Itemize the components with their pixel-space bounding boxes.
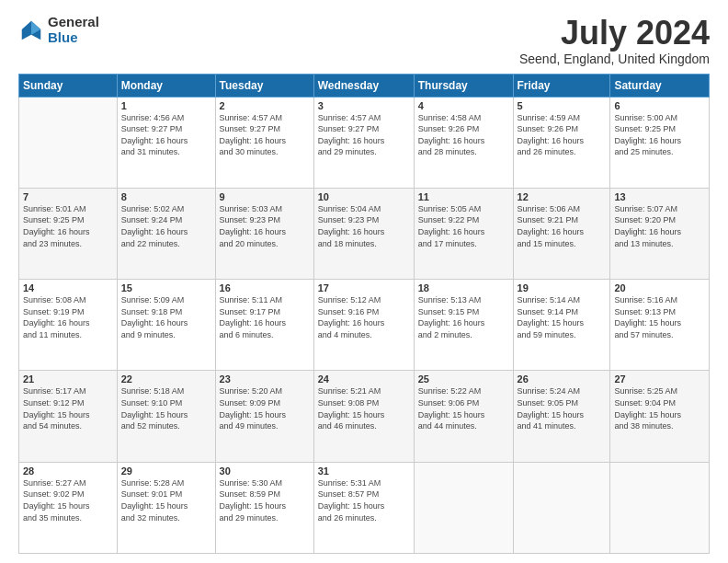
day-number: 2	[220, 100, 310, 111]
week-row-5: 28Sunrise: 5:27 AM Sunset: 9:02 PM Dayli…	[19, 462, 710, 553]
day-info: Sunrise: 5:01 AM Sunset: 9:25 PM Dayligh…	[23, 203, 113, 249]
day-info: Sunrise: 5:27 AM Sunset: 9:02 PM Dayligh…	[23, 477, 113, 523]
day-info: Sunrise: 5:04 AM Sunset: 9:23 PM Dayligh…	[318, 203, 410, 249]
day-info: Sunrise: 4:57 AM Sunset: 9:27 PM Dayligh…	[220, 112, 310, 158]
day-cell: 5Sunrise: 4:59 AM Sunset: 9:26 PM Daylig…	[513, 97, 610, 188]
day-number: 21	[23, 373, 113, 385]
day-number: 6	[614, 100, 705, 111]
day-cell	[414, 462, 513, 553]
day-number: 16	[220, 282, 310, 293]
day-cell: 24Sunrise: 5:21 AM Sunset: 9:08 PM Dayli…	[313, 371, 414, 462]
day-info: Sunrise: 5:30 AM Sunset: 8:59 PM Dayligh…	[220, 477, 310, 523]
day-info: Sunrise: 5:17 AM Sunset: 9:12 PM Dayligh…	[23, 385, 113, 431]
day-info: Sunrise: 5:07 AM Sunset: 9:20 PM Dayligh…	[614, 203, 705, 249]
day-cell: 27Sunrise: 5:25 AM Sunset: 9:04 PM Dayli…	[610, 371, 710, 462]
day-number: 28	[23, 465, 113, 477]
day-number: 22	[121, 373, 211, 385]
day-info: Sunrise: 5:16 AM Sunset: 9:13 PM Dayligh…	[614, 294, 705, 340]
day-info: Sunrise: 5:11 AM Sunset: 9:17 PM Dayligh…	[220, 294, 310, 340]
day-number: 27	[614, 373, 705, 385]
day-cell: 17Sunrise: 5:12 AM Sunset: 9:16 PM Dayli…	[313, 280, 414, 371]
logo-icon	[18, 17, 44, 43]
day-cell: 8Sunrise: 5:02 AM Sunset: 9:24 PM Daylig…	[117, 188, 215, 279]
day-info: Sunrise: 4:57 AM Sunset: 9:27 PM Dayligh…	[318, 112, 410, 158]
day-cell: 9Sunrise: 5:03 AM Sunset: 9:23 PM Daylig…	[215, 188, 313, 279]
day-number: 4	[418, 100, 509, 111]
day-info: Sunrise: 4:58 AM Sunset: 9:26 PM Dayligh…	[418, 112, 509, 158]
day-number: 19	[518, 282, 607, 293]
day-cell: 26Sunrise: 5:24 AM Sunset: 9:05 PM Dayli…	[513, 371, 610, 462]
day-cell: 11Sunrise: 5:05 AM Sunset: 9:22 PM Dayli…	[414, 188, 513, 279]
day-cell: 29Sunrise: 5:28 AM Sunset: 9:01 PM Dayli…	[117, 462, 215, 553]
day-cell: 31Sunrise: 5:31 AM Sunset: 8:57 PM Dayli…	[313, 462, 414, 553]
day-number: 18	[418, 282, 509, 293]
day-cell: 6Sunrise: 5:00 AM Sunset: 9:25 PM Daylig…	[610, 97, 710, 188]
day-info: Sunrise: 5:24 AM Sunset: 9:05 PM Dayligh…	[518, 385, 607, 431]
day-number: 10	[318, 191, 410, 202]
day-number: 7	[23, 191, 113, 202]
day-number: 23	[220, 373, 310, 385]
day-info: Sunrise: 5:06 AM Sunset: 9:21 PM Dayligh…	[518, 203, 607, 249]
day-number: 1	[121, 100, 211, 111]
day-header-wednesday: Wednesday	[313, 74, 414, 97]
day-info: Sunrise: 5:12 AM Sunset: 9:16 PM Dayligh…	[318, 294, 410, 340]
day-number: 26	[518, 373, 607, 385]
day-number: 13	[614, 191, 705, 202]
day-number: 8	[121, 191, 211, 202]
day-cell: 20Sunrise: 5:16 AM Sunset: 9:13 PM Dayli…	[610, 280, 710, 371]
day-cell: 21Sunrise: 5:17 AM Sunset: 9:12 PM Dayli…	[19, 371, 118, 462]
logo-blue: Blue	[48, 30, 99, 46]
day-info: Sunrise: 5:09 AM Sunset: 9:18 PM Dayligh…	[121, 294, 211, 340]
day-cell: 28Sunrise: 5:27 AM Sunset: 9:02 PM Dayli…	[19, 462, 118, 553]
day-cell: 19Sunrise: 5:14 AM Sunset: 9:14 PM Dayli…	[513, 280, 610, 371]
day-header-monday: Monday	[117, 74, 215, 97]
week-row-2: 7Sunrise: 5:01 AM Sunset: 9:25 PM Daylig…	[19, 188, 710, 279]
day-header-saturday: Saturday	[610, 74, 710, 97]
day-cell	[513, 462, 610, 553]
day-info: Sunrise: 5:00 AM Sunset: 9:25 PM Dayligh…	[614, 112, 705, 158]
logo: General Blue	[18, 15, 99, 45]
day-number: 31	[318, 465, 410, 477]
day-number: 11	[418, 191, 509, 202]
day-number: 30	[220, 465, 310, 477]
day-cell: 3Sunrise: 4:57 AM Sunset: 9:27 PM Daylig…	[313, 97, 414, 188]
day-number: 5	[518, 100, 607, 111]
day-info: Sunrise: 5:22 AM Sunset: 9:06 PM Dayligh…	[418, 385, 509, 431]
day-cell: 10Sunrise: 5:04 AM Sunset: 9:23 PM Dayli…	[313, 188, 414, 279]
day-number: 3	[318, 100, 410, 111]
day-header-sunday: Sunday	[19, 74, 118, 97]
day-number: 24	[318, 373, 410, 385]
day-number: 12	[518, 191, 607, 202]
day-cell: 1Sunrise: 4:56 AM Sunset: 9:27 PM Daylig…	[117, 97, 215, 188]
day-info: Sunrise: 5:31 AM Sunset: 8:57 PM Dayligh…	[318, 477, 410, 523]
day-number: 14	[23, 282, 113, 293]
week-row-4: 21Sunrise: 5:17 AM Sunset: 9:12 PM Dayli…	[19, 371, 710, 462]
day-header-friday: Friday	[513, 74, 610, 97]
day-cell: 13Sunrise: 5:07 AM Sunset: 9:20 PM Dayli…	[610, 188, 710, 279]
day-number: 15	[121, 282, 211, 293]
day-cell: 18Sunrise: 5:13 AM Sunset: 9:15 PM Dayli…	[414, 280, 513, 371]
day-number: 17	[318, 282, 410, 293]
day-info: Sunrise: 4:59 AM Sunset: 9:26 PM Dayligh…	[518, 112, 607, 158]
day-cell: 14Sunrise: 5:08 AM Sunset: 9:19 PM Dayli…	[19, 280, 118, 371]
day-cell: 12Sunrise: 5:06 AM Sunset: 9:21 PM Dayli…	[513, 188, 610, 279]
day-cell: 30Sunrise: 5:30 AM Sunset: 8:59 PM Dayli…	[215, 462, 313, 553]
logo-general: General	[48, 15, 99, 30]
month-title: July 2024	[519, 15, 710, 52]
day-cell: 15Sunrise: 5:09 AM Sunset: 9:18 PM Dayli…	[117, 280, 215, 371]
day-cell: 7Sunrise: 5:01 AM Sunset: 9:25 PM Daylig…	[19, 188, 118, 279]
day-info: Sunrise: 5:18 AM Sunset: 9:10 PM Dayligh…	[121, 385, 211, 431]
logo-text: General Blue	[48, 15, 99, 45]
day-cell: 25Sunrise: 5:22 AM Sunset: 9:06 PM Dayli…	[414, 371, 513, 462]
day-info: Sunrise: 5:13 AM Sunset: 9:15 PM Dayligh…	[418, 294, 509, 340]
day-info: Sunrise: 5:08 AM Sunset: 9:19 PM Dayligh…	[23, 294, 113, 340]
title-block: July 2024 Seend, England, United Kingdom	[519, 15, 710, 66]
day-number: 9	[220, 191, 310, 202]
day-header-tuesday: Tuesday	[215, 74, 313, 97]
week-row-1: 1Sunrise: 4:56 AM Sunset: 9:27 PM Daylig…	[19, 97, 710, 188]
header-row: SundayMondayTuesdayWednesdayThursdayFrid…	[19, 74, 710, 97]
day-info: Sunrise: 5:25 AM Sunset: 9:04 PM Dayligh…	[614, 385, 705, 431]
header: General Blue July 2024 Seend, England, U…	[18, 15, 710, 66]
day-info: Sunrise: 5:02 AM Sunset: 9:24 PM Dayligh…	[121, 203, 211, 249]
day-info: Sunrise: 5:28 AM Sunset: 9:01 PM Dayligh…	[121, 477, 211, 523]
